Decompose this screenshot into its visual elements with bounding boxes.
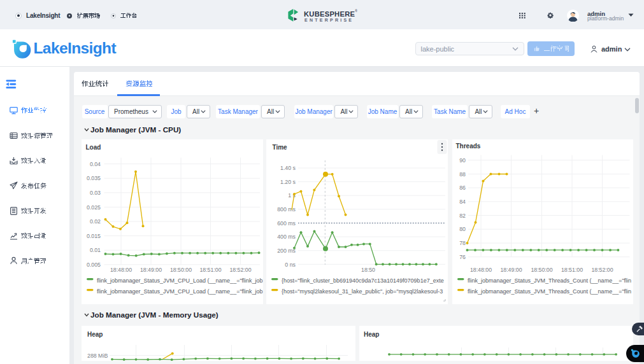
svg-text:{host="flink_cluster_bb691940c: {host="flink_cluster_bb691940c9da7c13a10… [282,277,444,283]
svg-text:18:52:00: 18:52:00 [591,266,613,272]
svg-text:88: 88 [459,171,466,177]
svg-text:0.02: 0.02 [89,218,100,225]
svg-text:0 ns: 0 ns [285,261,296,267]
svg-text:82: 82 [459,212,466,218]
svg-text:18:50:00: 18:50:00 [531,266,552,272]
svg-text:18:49:00: 18:49:00 [500,266,522,272]
svg-text:Threads: Threads [456,143,481,150]
svg-text:18:51:00: 18:51:00 [561,266,583,272]
svg-text:800 ms: 800 ms [277,206,296,213]
svg-text:18:48:00: 18:48:00 [470,266,492,272]
svg-text:0.015: 0.015 [86,232,100,239]
svg-text:Load: Load [85,144,101,151]
svg-text:0.03: 0.03 [89,190,100,196]
svg-text:0.035: 0.035 [86,175,100,181]
svg-text:0.025: 0.025 [86,204,100,210]
svg-text:90: 90 [459,157,466,163]
svg-text:{host="mysql2lakesoul_31_lake_: {host="mysql2lakesoul_31_lake_public", j… [282,288,443,294]
svg-text:18:49:00: 18:49:00 [140,266,161,272]
svg-text:0.01: 0.01 [89,247,100,253]
svg-text:Heap: Heap [87,331,103,338]
svg-text:flink_jobmanager_Status_JVM_CP: flink_jobmanager_Status_JVM_CPU_Load (__… [97,288,263,294]
svg-text:1.20 s: 1.20 s [280,178,296,185]
svg-text:0.005: 0.005 [86,262,100,268]
svg-text:400 ms: 400 ms [277,234,296,240]
svg-text:76: 76 [459,253,466,260]
svg-text:600 ms: 600 ms [277,220,296,226]
svg-text:18:51:00: 18:51:00 [199,266,221,272]
svg-text:flink_jobmanager_Status_JVM_Th: flink_jobmanager_Status_JVM_Threads_Coun… [468,277,631,283]
svg-text:84: 84 [459,199,466,205]
svg-text:288 MiB: 288 MiB [87,353,108,359]
svg-text:78: 78 [459,240,466,246]
svg-text:80: 80 [459,226,466,232]
svg-text:0.04: 0.04 [89,160,100,167]
svg-text:Heap: Heap [364,331,379,338]
svg-text:18:50: 18:50 [361,266,375,272]
svg-text:flink_jobmanager_Status_JVM_CP: flink_jobmanager_Status_JVM_CPU_Load (__… [97,277,263,283]
svg-text:18:48:00: 18:48:00 [110,266,131,272]
svg-text:18:52:00: 18:52:00 [229,266,251,272]
svg-text:86: 86 [459,185,466,191]
svg-text:18:50:00: 18:50:00 [169,266,191,272]
svg-text:flink_jobmanager_Status_JVM_Th: flink_jobmanager_Status_JVM_Threads_Coun… [468,288,631,294]
svg-text:Time: Time [272,144,287,151]
svg-text:1.40 s: 1.40 s [280,165,296,171]
